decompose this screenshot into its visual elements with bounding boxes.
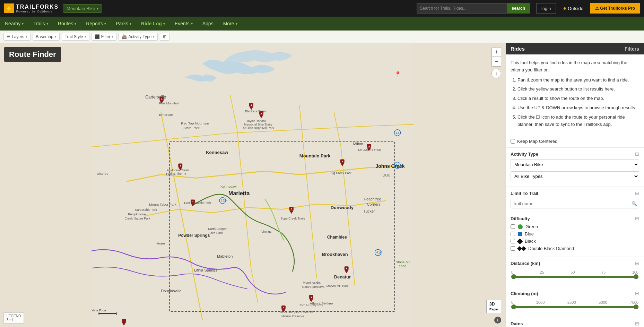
dist-75: 75 <box>601 270 606 274</box>
keep-centered-label[interactable]: Keep Map Centered <box>517 139 557 144</box>
activity-type-select[interactable]: Mountain Bike Road Bike Gravel/CX Hiking… <box>511 160 639 169</box>
step-5: Click the ☐ icon to add the route to you… <box>517 114 639 128</box>
difficulty-dbd-checkbox[interactable] <box>511 246 515 251</box>
svg-text:Kennesaw: Kennesaw <box>220 184 237 188</box>
layers-label: Layers <box>12 34 24 39</box>
svg-text:Mableton: Mableton <box>217 254 233 258</box>
svg-text:Mason Mill Park: Mason Mill Park <box>327 284 349 288</box>
activity-type-collapse[interactable]: ⊟ <box>635 151 639 157</box>
nav-apps[interactable]: Apps <box>198 17 218 31</box>
map-3d-button[interactable]: 3D Regio <box>486 300 501 313</box>
svg-text:uharlee: uharlee <box>97 172 109 175</box>
climbing-handle-left[interactable] <box>511 304 516 309</box>
difficulty-blue-checkbox[interactable] <box>511 232 515 236</box>
svg-text:Tom Murphy Fwy: Tom Murphy Fwy <box>299 303 323 307</box>
distance-range: 0 25 50 75 100 <box>511 269 639 283</box>
svg-text:Dunwoody: Dunwoody <box>331 205 354 210</box>
compass-button[interactable]: ↑ <box>491 69 501 78</box>
distance-track[interactable] <box>511 276 638 278</box>
basemap-arrow: ▾ <box>55 35 56 38</box>
bike-type-select[interactable]: All Bike Types XC Trail Enduro DH <box>511 171 639 181</box>
global-search-button[interactable]: search <box>507 3 530 14</box>
grid-button[interactable]: ⊞ <box>160 33 169 41</box>
rides-description: This tool helps you find rides in the ma… <box>506 54 644 135</box>
dist-0: 0 <box>511 270 513 274</box>
difficulty-green-icon <box>518 224 523 229</box>
nav-nearby[interactable]: Nearby ▾ <box>0 17 28 31</box>
step-1: Pan & zoom the map to the area you want … <box>517 77 639 84</box>
trail-search-input[interactable] <box>511 199 639 208</box>
zoom-out-button[interactable]: − <box>491 57 501 67</box>
activity-type-button[interactable]: Mountain Bike <box>63 4 102 13</box>
rides-title: Rides <box>511 46 525 52</box>
nav-routes[interactable]: Routes ▾ <box>53 17 81 31</box>
difficulty-blue-icon <box>518 232 522 236</box>
activity-type-header: Activity Type ⊟ <box>511 151 639 157</box>
layers-button[interactable]: ☰ Layers ▾ <box>3 33 31 41</box>
svg-text:▲: ▲ <box>282 306 285 309</box>
nav-events[interactable]: Events ▾ <box>170 17 198 31</box>
distance-filter: Distance (km) ⊟ 0 25 50 75 100 <box>506 257 644 287</box>
apps-label: Apps <box>202 21 214 26</box>
global-search-input[interactable] <box>417 3 507 14</box>
activity-type-sec-button[interactable]: 🚵 Activity Type ▾ <box>119 33 158 41</box>
map-area[interactable]: Route Finder <box>0 43 505 327</box>
limit-trail-filter: Limit To Trail ⊟ 🔍 <box>506 187 644 212</box>
ride-log-arrow: ▾ <box>163 22 165 26</box>
nav-parks[interactable]: Parks ▾ <box>111 17 136 31</box>
climbing-label: Climbing (m) <box>511 291 538 296</box>
distance-handle-left[interactable] <box>511 274 516 279</box>
difficulty-collapse[interactable]: ⊟ <box>635 216 639 221</box>
nav-reports[interactable]: Reports ▾ <box>81 17 111 31</box>
svg-text:Hiram: Hiram <box>156 241 165 245</box>
get-pro-button[interactable]: ⚠ Get Trailforks Pro <box>590 3 640 14</box>
dates-collapse[interactable]: ⊟ <box>635 321 639 326</box>
climbing-collapse[interactable]: ⊟ <box>635 291 639 296</box>
climbing-track[interactable] <box>511 306 638 308</box>
svg-text:Taylor Randall: Taylor Randall <box>246 119 266 123</box>
difficulty-green-checkbox[interactable] <box>511 224 515 229</box>
trail-search-input-wrap: 🔍 <box>511 199 639 208</box>
trail-search-icon: 🔍 <box>632 201 637 206</box>
trail-style-button[interactable]: Trail Style ▾ <box>62 33 89 41</box>
climbing-header: Climbing (m) ⊟ <box>511 291 639 296</box>
logo-icon: ⚡ <box>4 3 14 13</box>
svg-text:Dulu: Dulu <box>383 173 391 177</box>
dist-100: 100 <box>632 270 638 274</box>
difficulty-dbd-label[interactable]: Double Black Diamond <box>528 246 574 251</box>
svg-text:Mount Tabor Park: Mount Tabor Park <box>149 203 176 206</box>
svg-text:▲: ▲ <box>346 267 348 269</box>
layers-icon: ☰ <box>7 34 10 39</box>
brand-name: TRAILFORKS <box>16 4 59 10</box>
keep-centered-checkbox[interactable] <box>511 139 515 144</box>
svg-text:Brookhaven: Brookhaven <box>322 252 348 257</box>
svg-text:Morningside,: Morningside, <box>303 281 321 284</box>
difficulty-blue-label[interactable]: Blue <box>525 231 534 236</box>
login-button[interactable]: login <box>536 3 556 14</box>
distance-collapse[interactable]: ⊟ <box>635 260 639 266</box>
dates-label: Dates <box>511 321 523 326</box>
difficulty-black-label[interactable]: Black <box>525 239 536 244</box>
difficulty-black-checkbox[interactable] <box>511 239 515 243</box>
nav-more[interactable]: More ▾ <box>218 17 242 31</box>
activity-type-filter: Activity Type ⊟ Mountain Bike Road Bike … <box>506 148 644 187</box>
svg-text:Peachtree: Peachtree <box>364 197 381 201</box>
distance-handle-right[interactable] <box>634 274 638 279</box>
limit-trail-collapse[interactable]: ⊟ <box>635 190 639 196</box>
svg-text:Park & The Pit: Park & The Pit <box>166 172 186 175</box>
svg-text:▲: ▲ <box>260 112 263 114</box>
basemap-button[interactable]: Basemap ▾ <box>33 33 60 41</box>
climbing-handle-right[interactable] <box>634 304 638 309</box>
distance-labels: 0 25 50 75 100 <box>511 270 638 274</box>
nav-trails[interactable]: Trails ▾ <box>28 17 53 31</box>
nav-ride-log[interactable]: Ride Log ▾ <box>136 17 170 31</box>
difficulty-header: Difficulty ⊟ <box>511 216 639 221</box>
grid-icon: ⊞ <box>163 34 166 39</box>
map-title: Route Finder <box>4 47 61 62</box>
difficulty-green-label[interactable]: Green <box>525 224 538 229</box>
outside-badge: ● Outside <box>563 5 583 11</box>
svg-rect-100 <box>116 312 116 315</box>
zoom-in-button[interactable]: + <box>491 47 501 57</box>
filter-button[interactable]: ⬛ Filter ▾ <box>92 33 117 41</box>
map-info-button[interactable]: ℹ <box>494 317 501 324</box>
